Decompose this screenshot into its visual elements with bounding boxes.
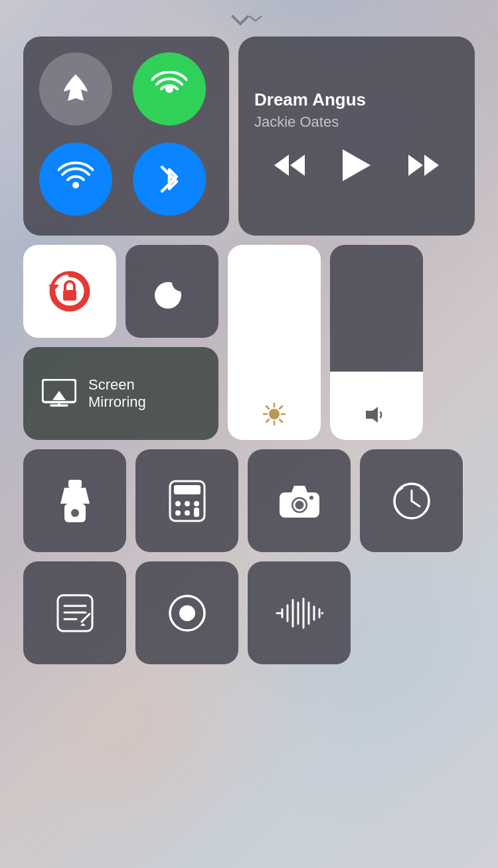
svg-rect-9 — [63, 290, 76, 301]
svg-point-32 — [194, 501, 199, 506]
do-not-disturb-button[interactable] — [125, 245, 218, 338]
svg-line-20 — [280, 419, 282, 422]
next-button[interactable] — [407, 152, 442, 179]
svg-rect-24 — [68, 480, 82, 488]
voice-memos-button[interactable] — [248, 561, 351, 664]
volume-icon — [365, 404, 388, 425]
wifi-button[interactable] — [39, 143, 112, 216]
clock-button[interactable] — [360, 449, 463, 552]
flashlight-button[interactable] — [23, 449, 126, 552]
calculator-button[interactable] — [135, 449, 238, 552]
prev-button[interactable] — [272, 152, 306, 179]
svg-point-1 — [72, 182, 79, 188]
svg-rect-29 — [174, 485, 201, 494]
cellular-data-button[interactable] — [133, 52, 206, 125]
svg-point-14 — [269, 409, 280, 419]
screen-mirroring-button[interactable]: Screen Mirroring — [23, 347, 218, 440]
svg-rect-35 — [194, 508, 199, 517]
svg-point-39 — [309, 496, 313, 500]
notes-button[interactable] — [23, 561, 126, 664]
now-playing-title: Dream Angus — [254, 90, 459, 110]
media-controls — [254, 148, 459, 182]
svg-marker-2 — [274, 155, 289, 176]
svg-point-50 — [179, 605, 195, 621]
svg-line-19 — [266, 406, 269, 409]
svg-point-34 — [185, 510, 190, 516]
rotation-lock-button[interactable] — [23, 245, 116, 338]
svg-point-27 — [71, 509, 79, 517]
brightness-slider[interactable] — [228, 245, 321, 440]
svg-marker-4 — [343, 149, 371, 181]
airplane-mode-button[interactable] — [39, 52, 112, 125]
svg-marker-11 — [52, 391, 66, 400]
svg-point-31 — [185, 501, 190, 506]
svg-line-21 — [280, 406, 282, 409]
volume-slider[interactable] — [330, 245, 423, 440]
svg-point-30 — [175, 501, 181, 506]
screen-mirroring-label2: Mirroring — [88, 394, 146, 411]
svg-marker-6 — [424, 155, 439, 176]
svg-line-42 — [412, 501, 420, 506]
camera-button[interactable] — [248, 449, 351, 552]
dismiss-chevron[interactable] — [236, 12, 262, 25]
bluetooth-button[interactable] — [133, 143, 206, 216]
play-button[interactable] — [341, 148, 372, 182]
brightness-icon — [263, 403, 286, 425]
now-playing-panel: Dream Angus Jackie Oates — [238, 36, 475, 236]
svg-point-33 — [175, 510, 181, 516]
svg-marker-5 — [408, 155, 423, 176]
svg-marker-48 — [80, 623, 86, 626]
screen-recording-button[interactable] — [135, 561, 238, 664]
svg-marker-23 — [366, 407, 378, 423]
svg-line-22 — [266, 419, 269, 422]
svg-line-47 — [82, 614, 90, 622]
svg-marker-3 — [290, 155, 305, 176]
now-playing-artist: Jackie Oates — [254, 113, 459, 131]
svg-marker-25 — [60, 488, 90, 504]
screen-mirroring-label: Screen — [88, 376, 146, 394]
connectivity-panel — [23, 36, 229, 236]
